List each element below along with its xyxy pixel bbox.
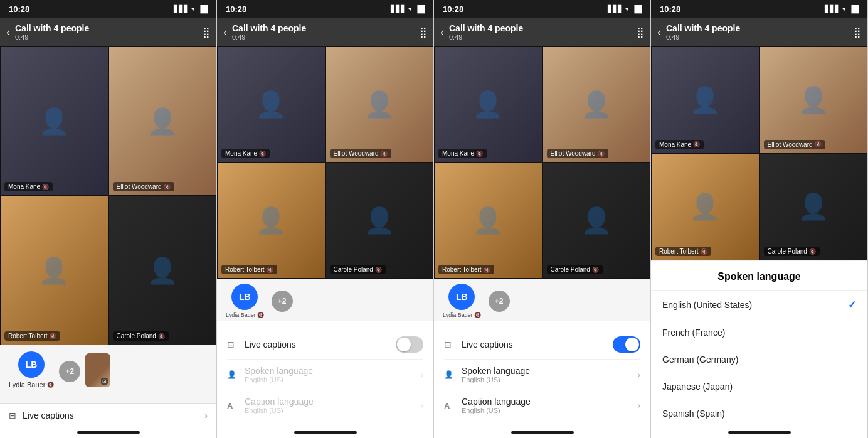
self-avatar-3: LB [448,284,475,310]
caption-lang-label-2: Caption language [245,397,420,407]
home-indicator-2 [217,427,433,438]
name-tag-mona-4: Mona Kane 🔇 [655,140,704,149]
call-info-4: Call with 4 people 0:49 [666,23,849,41]
face-mona-3: 👤 [435,47,542,162]
video-cell-robert-1: 👤 Robert Tolbert 🔇 [0,196,109,345]
spoken-lang-sub-2: English (US) [245,376,420,383]
spoken-lang-text-2: Spoken language English (US) [245,366,420,383]
video-cell-robert-4: 👤 Robert Tolbert 🔇 [651,154,760,261]
plus-badge-2: +2 [272,291,293,312]
lang-item-spanish[interactable]: Spanish (Spain) [651,400,867,427]
spoken-lang-text-3: Spoken language English (US) [462,366,637,383]
name-tag-mona-3: Mona Kane 🔇 [438,149,487,158]
face-elliot-2: 👤 [326,47,433,162]
face-robert-4: 👤 [652,154,759,260]
name-tag-carole-1: Carole Poland 🔇 [113,331,169,341]
name-tag-carole-3: Carole Poland 🔇 [547,265,603,274]
face-mona-1: 👤 [1,47,108,195]
participants-icon-2[interactable]: ⣿ [420,26,427,38]
participants-icon-4[interactable]: ⣿ [854,26,861,38]
back-button-1[interactable]: ‹ [6,26,10,39]
caption-lang-sub-3: English (US) [462,407,637,414]
toggle-live-captions-3[interactable] [613,336,640,353]
live-captions-menu-row-3[interactable]: ⊟ Live captions [444,330,640,360]
home-bar-1 [77,431,140,434]
call-info-1: Call with 4 people 0:49 [15,23,198,41]
spoken-lang-row-2: 👤 Spoken language English (US) › [227,360,423,390]
name-mona-3: Mona Kane [442,150,474,157]
video-cell-carole-3: 👤 Carole Poland 🔇 [542,163,651,279]
chevron-spoken-3: › [637,370,640,380]
live-captions-row-1[interactable]: ⊟ Live captions › [0,403,216,427]
face-mona-4: 👤 [652,47,759,153]
call-info-2: Call with 4 people 0:49 [232,23,415,41]
name-tag-robert-3: Robert Tolbert 🔇 [438,265,494,274]
signal-icon: ▋▋▋ [174,5,189,13]
participants-icon-3[interactable]: ⣿ [637,26,644,38]
video-cell-elliot-1: 👤 Elliot Woodward 🔇 [109,46,217,196]
caption-lang-text-2: Caption language English (US) [245,397,420,414]
back-button-2[interactable]: ‹ [223,26,227,39]
chevron-caption-3: › [637,400,640,410]
status-time-2: 10:28 [226,4,246,14]
battery-icon-3: ▐█ [632,5,642,13]
status-time-4: 10:28 [660,4,680,14]
battery-icon-2: ▐█ [415,5,425,13]
home-bar-4 [728,431,791,434]
mic-off-carole-4: 🔇 [809,248,816,255]
menu-section-3: ⊟ Live captions 👤 Spoken language Englis… [434,321,650,427]
mic-off-carole-3: 🔇 [592,267,599,273]
self-mic-icon: 🔇 [47,382,54,388]
call-duration-4: 0:49 [666,33,849,41]
mic-off-elliot-4: 🔇 [815,141,822,147]
live-captions-text-2: Live captions [245,339,396,350]
face-elliot-1: 👤 [109,47,216,195]
call-title-2: Call with 4 people [232,23,415,33]
lang-item-german[interactable]: German (Germany) [651,346,867,373]
caption-lang-row-3[interactable]: A Caption language English (US) › [444,390,640,420]
face-carole-4: 👤 [760,154,867,260]
face-mona-2: 👤 [218,47,325,162]
video-cell-elliot-3: 👤 Elliot Woodward 🔇 [542,46,651,163]
phone-panel-1: 10:28 ▋▋▋ ▾ ▐█ ‹ Call with 4 people 0:49… [0,0,217,438]
plus-badge-1: +2 [59,361,80,382]
spoken-lang-row-3[interactable]: 👤 Spoken language English (US) › [444,360,640,390]
home-indicator-3 [434,427,650,438]
spoken-lang-label-3: Spoken language [462,366,637,376]
live-captions-text-3: Live captions [462,339,613,350]
name-tag-elliot-3: Elliot Woodward 🔇 [547,149,608,158]
name-tag-carole-4: Carole Poland 🔇 [764,247,820,256]
back-button-3[interactable]: ‹ [440,26,444,39]
caption-lang-sub-2: English (US) [245,407,420,414]
self-name-1: Lydia Bauer 🔇 [9,381,54,388]
lang-name-german: German (Germany) [662,355,738,365]
home-indicator-4 [651,427,867,438]
lang-item-english[interactable]: English (United States) ✓ [651,291,867,319]
caption-lang-label-3: Caption language [462,397,637,407]
home-indicator-1 [0,427,216,438]
self-name-3: Lydia Bauer 🔇 [443,312,481,318]
toggle-live-captions-2[interactable] [396,336,423,353]
status-bar-2: 10:28 ▋▋▋ ▾ ▐█ [217,0,433,18]
checkmark-english: ✓ [848,299,856,311]
name-tag-robert-4: Robert Tolbert 🔇 [655,247,711,256]
battery-icon-4: ▐█ [849,5,859,13]
participants-icon-1[interactable]: ⣿ [203,26,210,38]
menu-section-2: ⊟ Live captions 👤 Spoken language Englis… [217,321,433,427]
name-tag-robert-2: Robert Tolbert 🔇 [221,265,277,274]
lang-item-french[interactable]: French (France) [651,319,867,346]
status-icons-2: ▋▋▋ ▾ ▐█ [391,5,425,13]
face-carole-2: 👤 [326,163,433,278]
thumbnail-camera-icon: ⊡ [101,378,108,385]
name-tag-elliot-1: Elliot Woodward 🔇 [113,182,174,191]
name-robert-4: Robert Tolbert [659,248,699,255]
back-button-4[interactable]: ‹ [657,26,661,39]
live-captions-menu-row-2[interactable]: ⊟ Live captions [227,330,423,360]
status-bar-4: 10:28 ▋▋▋ ▾ ▐█ [651,0,867,18]
home-bar-3 [511,431,574,434]
call-header-3: ‹ Call with 4 people 0:49 ⣿ [434,18,650,46]
name-mona-4: Mona Kane [659,141,691,148]
video-cell-mona-2: 👤 Mona Kane 🔇 [217,46,326,163]
mic-off-robert-2: 🔇 [267,267,273,273]
lang-item-japanese[interactable]: Japanese (Japan) [651,373,867,400]
